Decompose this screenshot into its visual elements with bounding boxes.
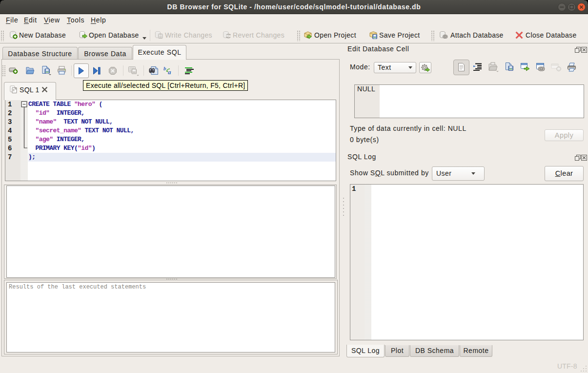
svg-text:b: b: [163, 66, 166, 71]
